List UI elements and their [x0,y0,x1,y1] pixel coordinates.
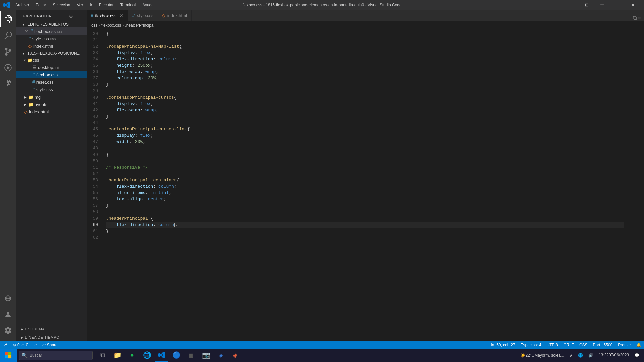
activity-explorer[interactable] [0,11,16,27]
project-section[interactable]: ▾ 1815-FLEXBOX-POSICION... [16,50,87,56]
code-line-60[interactable]: flex-direction: column; [106,222,624,228]
taskbar-search-box[interactable]: 🔍 Buscar [19,351,93,360]
code-line-53[interactable]: .headerPrincipal .container{ [106,177,624,183]
activity-run[interactable] [0,60,16,76]
open-editor-style[interactable]: # style.css css [16,35,87,42]
code-line-51[interactable]: /* Responsive */ [106,164,624,171]
menu-ver[interactable]: Ver [74,2,86,8]
menu-ejecutar[interactable]: Ejecutar [96,2,116,8]
taskbar-blueapp[interactable]: ◈ [214,349,227,362]
tray-clock[interactable]: 13:22 07/06/2023 [597,349,631,362]
status-language[interactable]: CSS [577,341,590,349]
tray-sound[interactable]: 🔊 [586,349,595,362]
code-line-44[interactable] [106,120,624,126]
taskbar-instagram[interactable]: 📷 [199,349,213,362]
code-line-52[interactable] [106,171,624,177]
code-line-56[interactable]: text-align: center; [106,196,624,202]
status-spaces[interactable]: Espacios: 4 [518,341,544,349]
status-position[interactable]: Lín. 60, col. 27 [486,341,518,349]
code-line-45[interactable]: .contenidoPrincipal-cursos-link{ [106,126,624,132]
more-actions-icon[interactable]: ⋯ [638,15,641,21]
status-eol[interactable]: CRLF [561,341,577,349]
tab-bar-actions[interactable]: ⧉ ⋯ [633,15,644,21]
code-line-43[interactable]: } [106,113,624,120]
close-button[interactable]: ✕ [625,0,641,10]
code-line-30[interactable]: } [106,31,624,37]
maximize-button[interactable]: □ [610,0,625,10]
linea-de-tiempo-section[interactable]: ▶ LÍNEA DE TIEMPO [16,333,87,341]
code-line-54[interactable]: flex-direction: column; [106,183,624,190]
code-line-31[interactable] [106,37,624,43]
sidebar-header-icons[interactable]: ⊕ ⋯ [69,13,80,19]
menu-ayuda[interactable]: Ayuda [140,2,156,8]
code-line-42[interactable]: flex-wrap: wrap; [106,107,624,113]
breadcrumb-file[interactable]: flexbox.css [101,23,121,28]
tray-notification[interactable]: 💬 [632,349,641,362]
tray-network[interactable]: 🌐 [576,349,585,362]
more-options-icon[interactable]: ⋯ [75,13,80,19]
tab-index-html[interactable]: ◇ index.html [158,10,192,21]
file-reset-css[interactable]: # reset.css [16,78,87,86]
menu-terminal[interactable]: Terminal [118,2,138,8]
taskbar-vscode[interactable] [155,349,168,362]
title-bar-menu[interactable]: Archivo Editar Selección Ver Ir Ejecutar… [13,2,156,8]
code-line-32[interactable]: .rodapePrincipal-navMap-list{ [106,43,624,50]
code-line-47[interactable]: width: 23%; [106,139,624,145]
tab-flexbox-css[interactable]: # flexbox.css ✕ [87,10,128,21]
file-style-css[interactable]: # style.css [16,86,87,93]
activity-git[interactable] [0,44,16,60]
tab-close-icon[interactable]: ✕ [119,13,124,18]
close-icon[interactable]: ✕ [24,29,29,34]
status-live-share[interactable]: ↗ Live Share [31,341,60,349]
status-prettier[interactable]: Prettier [615,341,634,349]
activity-remote[interactable] [0,290,16,306]
activity-settings[interactable] [0,322,16,339]
open-editors-section[interactable]: ▾ EDITORES ABIERTOS [16,21,87,27]
new-file-icon[interactable]: ⊕ [69,13,73,19]
file-flexbox-css[interactable]: # flexbox.css [16,71,87,78]
code-line-57[interactable]: } [106,202,624,209]
start-button[interactable] [0,349,17,362]
menu-archivo[interactable]: Archivo [13,2,32,8]
status-errors[interactable]: ⊗ 0 ⚠ 0 [10,341,31,349]
taskbar-chrome[interactable]: 🔵 [170,349,183,362]
activity-search[interactable] [0,27,16,44]
code-line-35[interactable]: height: 250px; [106,62,624,69]
file-desktop-ini[interactable]: ☰ desktop.ini [16,64,87,71]
taskbar-edge[interactable]: 🌐 [140,349,154,362]
activity-accounts[interactable] [0,306,16,322]
esquema-section[interactable]: ▶ ESQUEMA [16,325,87,333]
taskbar-task-view[interactable]: ⧉ [96,349,109,362]
code-content[interactable]: }.rodapePrincipal-navMap-list{ display: … [103,29,624,341]
code-line-39[interactable] [106,88,624,94]
tray-weather[interactable]: ☀️ 22°C Mayorm. solea... [518,349,566,362]
taskbar-spotify[interactable]: ● [125,349,139,362]
status-encoding[interactable]: UTF-8 [544,341,561,349]
code-line-46[interactable]: display: flex; [106,132,624,139]
layout-icon[interactable]: ⊞ [579,0,594,10]
tab-style-css[interactable]: # style.css [128,10,158,21]
split-editor-icon[interactable]: ⧉ [633,15,637,21]
folder-layouts[interactable]: ▶ 📁 layouts [16,101,87,108]
code-line-58[interactable] [106,209,624,215]
code-line-55[interactable]: align-items: initial; [106,190,624,196]
menu-seleccion[interactable]: Selección [50,2,73,8]
status-notification[interactable]: 🔔 [634,341,644,349]
status-port[interactable]: Port : 5500 [590,341,615,349]
tray-chevron[interactable]: ∧ [568,349,575,362]
taskbar-circle-app[interactable]: ◉ [229,349,242,362]
breadcrumb-css[interactable]: css [91,23,97,28]
code-line-61[interactable]: } [106,228,624,234]
code-line-49[interactable]: } [106,152,624,158]
code-line-50[interactable] [106,158,624,164]
breadcrumb-selector[interactable]: .headerPrincipal [125,23,154,28]
code-line-34[interactable]: flex-direction: column; [106,56,624,62]
activity-extensions[interactable] [0,76,16,92]
code-line-41[interactable]: display: flex; [106,101,624,107]
folder-css[interactable]: ▾ 📁 css [16,56,87,64]
status-branch[interactable]: ⎇ [0,341,10,349]
menu-ir[interactable]: Ir [87,2,95,8]
menu-editar[interactable]: Editar [33,2,49,8]
code-line-37[interactable]: column-gap: 30%; [106,75,624,81]
minimize-button[interactable]: ─ [594,0,610,10]
